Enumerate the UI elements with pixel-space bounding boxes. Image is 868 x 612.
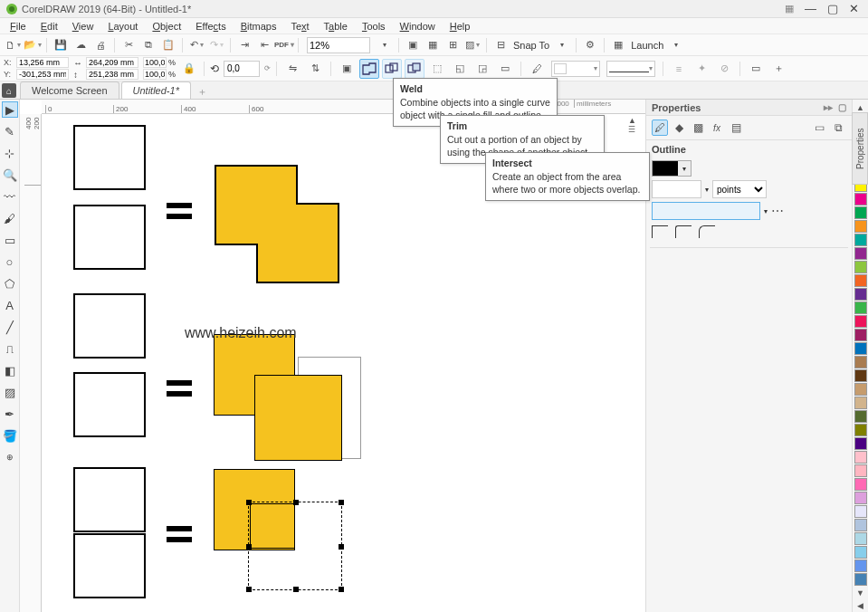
- drop-shadow-tool[interactable]: ◧: [2, 362, 18, 378]
- outline-color-select[interactable]: ▾: [652, 160, 692, 177]
- weld-button[interactable]: [359, 59, 379, 79]
- show-rulers-button[interactable]: ▦: [424, 36, 442, 54]
- rectangle-tool[interactable]: ▭: [2, 232, 18, 248]
- ellipse-tool[interactable]: ○: [2, 253, 18, 270]
- canvas-object[interactable]: [73, 467, 146, 532]
- show-grid-button[interactable]: ⊞: [444, 36, 462, 54]
- canvas-object[interactable]: [73, 372, 146, 437]
- color-swatch[interactable]: [854, 437, 867, 450]
- color-swatch[interactable]: [854, 383, 867, 396]
- menu-window[interactable]: Window: [394, 19, 442, 33]
- menu-effects[interactable]: Effects: [189, 19, 232, 33]
- mirror-h-button[interactable]: ⇋: [282, 59, 302, 79]
- transparency-tool[interactable]: ▨: [2, 384, 18, 400]
- fill-tab-icon[interactable]: ◆: [671, 120, 687, 136]
- canvas-object[interactable]: [250, 503, 295, 549]
- menu-file[interactable]: File: [4, 19, 33, 33]
- open-button[interactable]: 📂▾: [24, 36, 42, 54]
- options-button[interactable]: ⚙: [581, 36, 599, 54]
- color-swatch[interactable]: [854, 342, 867, 355]
- color-swatch[interactable]: [854, 193, 867, 206]
- trim-button[interactable]: [382, 59, 402, 79]
- menu-help[interactable]: Help: [444, 19, 477, 33]
- tab-untitled[interactable]: Untitled-1*: [121, 81, 191, 99]
- properties-side-tab[interactable]: Properties: [852, 112, 868, 185]
- color-swatch[interactable]: [854, 532, 867, 545]
- simplify-button[interactable]: ⬚: [427, 59, 447, 79]
- palette-flyout[interactable]: ◀: [857, 601, 863, 610]
- docker-close-icon[interactable]: ▢: [838, 102, 846, 112]
- effects-button[interactable]: ✦: [692, 59, 711, 79]
- color-swatch[interactable]: [854, 505, 867, 518]
- outline-style-chev[interactable]: ▾: [764, 207, 768, 215]
- palette-scroll-up[interactable]: ▲: [856, 103, 864, 112]
- canvas-object[interactable]: [73, 205, 146, 270]
- freehand-tool[interactable]: 〰: [2, 188, 18, 205]
- convert-curves-button[interactable]: ▭: [746, 59, 766, 79]
- fx-tab-icon[interactable]: fx: [709, 120, 725, 136]
- pick-tool[interactable]: ▶: [2, 101, 18, 118]
- front-minus-back-button[interactable]: ◱: [450, 59, 470, 79]
- color-swatch[interactable]: [854, 220, 867, 233]
- scale-y-input[interactable]: [143, 69, 167, 80]
- color-swatch[interactable]: [854, 356, 867, 368]
- fullscreen-button[interactable]: ▣: [404, 36, 422, 54]
- color-swatch[interactable]: [854, 519, 867, 531]
- color-swatch[interactable]: [854, 206, 867, 219]
- canvas-object[interactable]: [73, 293, 146, 359]
- page-nav[interactable]: ▲☰: [628, 116, 636, 134]
- back-minus-front-button[interactable]: ◲: [472, 59, 492, 79]
- transparency-tab-icon[interactable]: ▩: [690, 120, 706, 136]
- color-swatch[interactable]: [854, 559, 867, 572]
- color-swatch[interactable]: [854, 546, 867, 559]
- color-swatch[interactable]: [854, 369, 867, 382]
- scale-x-input[interactable]: [143, 57, 167, 68]
- new-button[interactable]: 🗋▾: [4, 36, 22, 54]
- frame-tab-icon[interactable]: ▭: [811, 120, 827, 136]
- color-swatch[interactable]: [854, 410, 867, 423]
- color-swatch[interactable]: [854, 301, 867, 314]
- shape-tool[interactable]: ✎: [2, 123, 18, 139]
- menu-edit[interactable]: Edit: [34, 19, 64, 33]
- tab-welcome[interactable]: Welcome Screen: [20, 81, 119, 99]
- menu-table[interactable]: Table: [318, 19, 354, 33]
- text-tool[interactable]: A: [2, 297, 18, 313]
- clear-button[interactable]: ⊘: [714, 59, 734, 79]
- outline-pen-icon[interactable]: 🖊: [527, 59, 547, 79]
- home-button[interactable]: ⌂: [2, 83, 16, 98]
- canvas-object[interactable]: [214, 164, 340, 284]
- color-swatch[interactable]: [854, 315, 867, 328]
- toolbox-expand[interactable]: ⊕: [2, 449, 18, 465]
- canvas-object[interactable]: [73, 125, 146, 190]
- launch-dropdown[interactable]: ▾: [667, 36, 685, 54]
- crop-tool[interactable]: ⊹: [2, 145, 18, 161]
- artistic-media-tool[interactable]: 🖌: [2, 210, 18, 226]
- print-button[interactable]: 🖨: [91, 36, 110, 54]
- round-corner-button[interactable]: [675, 225, 692, 238]
- export-button[interactable]: ⇤: [255, 36, 273, 54]
- wrap-text-button[interactable]: ≡: [669, 59, 689, 79]
- menu-object[interactable]: Object: [146, 19, 187, 33]
- rotation-input[interactable]: [224, 61, 260, 77]
- color-swatch[interactable]: [854, 261, 867, 273]
- color-swatch[interactable]: [854, 329, 867, 341]
- copy-button[interactable]: ⧉: [139, 36, 157, 54]
- menu-text[interactable]: Text: [284, 19, 315, 33]
- frame2-tab-icon[interactable]: ⧉: [830, 120, 846, 136]
- canvas-object[interactable]: [254, 375, 342, 461]
- menu-view[interactable]: View: [66, 19, 100, 33]
- color-swatch[interactable]: [854, 573, 867, 586]
- fill-tool[interactable]: 🪣: [2, 427, 18, 444]
- snap-dropdown[interactable]: ▾: [553, 36, 571, 54]
- rotation-chev[interactable]: ⟳: [264, 64, 271, 72]
- cloud-button[interactable]: ☁: [72, 36, 90, 54]
- close-button[interactable]: ✕: [849, 2, 859, 15]
- outline-style-input[interactable]: [652, 202, 760, 220]
- menu-layout[interactable]: Layout: [101, 19, 144, 33]
- miter-corner-button[interactable]: [652, 225, 668, 238]
- lock-ratio-button[interactable]: 🔒: [183, 62, 196, 74]
- boundary-button[interactable]: ▭: [495, 59, 515, 79]
- width-input[interactable]: [86, 57, 138, 68]
- outline-more-button[interactable]: ⋯: [771, 204, 784, 218]
- x-position-input[interactable]: [16, 57, 69, 68]
